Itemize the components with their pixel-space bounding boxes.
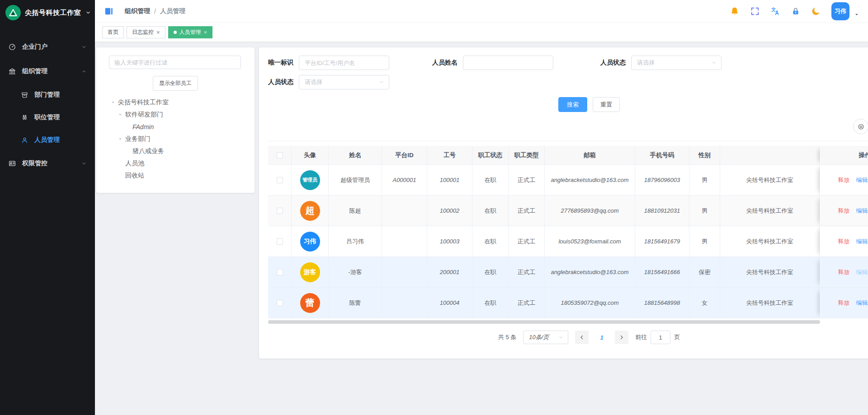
unique-id-input[interactable] [299, 56, 389, 70]
cell-email: anglebracketstudio@163.com [545, 165, 635, 196]
close-icon[interactable]: × [156, 29, 160, 35]
action-编辑[interactable]: 编辑 [856, 299, 868, 307]
field-label: 人员姓名 [432, 59, 458, 67]
cell-platformId: A000001 [382, 165, 427, 196]
user-avatar[interactable]: 习伟 [831, 2, 849, 20]
tree-node-人员池[interactable]: 人员池 [104, 157, 247, 169]
close-icon[interactable]: × [204, 29, 208, 35]
row-checkbox[interactable] [277, 269, 283, 275]
user-menu-caret-icon[interactable] [854, 12, 859, 17]
bell-icon[interactable] [730, 6, 740, 16]
person-name-input[interactable] [463, 56, 553, 70]
main-area: 组织管理 / 人员管理 文 习伟 首页日志监控×人员管理× 显示全部员工 尖括号… [95, 0, 868, 415]
row-checkbox[interactable] [277, 300, 283, 306]
tree-node-业务部门[interactable]: 业务部门 [104, 133, 247, 145]
column-header-workNo: 工号 [427, 146, 472, 165]
table-row[interactable]: 习伟吕习伟100003在职正式工louis0523@foxmail.com181… [268, 226, 868, 257]
cell-phone: 18815648998 [635, 288, 689, 318]
column-header-gender: 性别 [689, 146, 720, 165]
tab-人员管理[interactable]: 人员管理× [168, 26, 213, 38]
lock-icon[interactable] [791, 6, 801, 16]
cell-email: 2776895893@qq.com [545, 196, 635, 226]
action-编辑[interactable]: 编辑 [856, 238, 868, 246]
moon-icon[interactable] [811, 6, 821, 16]
action-编辑[interactable]: 编辑 [856, 176, 868, 184]
cell-type: 正式工 [509, 257, 545, 288]
sidebar-collapse-icon[interactable] [104, 6, 114, 16]
tree-filter-input[interactable] [109, 56, 241, 69]
sidebar-item-部门管理[interactable]: 部门管理 [0, 84, 95, 106]
avatar: 管理员 [300, 170, 320, 190]
next-page-button[interactable] [615, 331, 628, 344]
active-dot [174, 31, 177, 34]
cell-avatar: 超 [292, 196, 329, 226]
table-row[interactable]: 管理员超级管理员A000001100001在职正式工anglebracketst… [268, 165, 868, 196]
avatar: 习伟 [300, 232, 320, 252]
breadcrumb-item[interactable]: 组织管理 [125, 7, 150, 15]
action-释放[interactable]: 释放 [838, 207, 850, 215]
tree-node-FAdmin[interactable]: FAdmin [104, 121, 247, 133]
action-编辑[interactable]: 编辑 [856, 207, 868, 215]
person-status-select-1[interactable]: 请选择 [631, 56, 722, 70]
personnel-table-wrap: 头像姓名平台ID工号职工状态职工类型邮箱手机号码性别操作 管理员超级管理员A00… [268, 146, 868, 318]
fullscreen-icon[interactable] [750, 6, 760, 16]
tab-日志监控[interactable]: 日志监控× [127, 26, 165, 38]
action-释放[interactable]: 释放 [838, 268, 850, 276]
page-size-select[interactable]: 10条/页 [523, 331, 568, 344]
select-all-checkbox[interactable] [277, 152, 283, 159]
sidebar-item-职位管理[interactable]: 职位管理 [0, 106, 95, 129]
caret-down-icon[interactable] [118, 112, 125, 117]
table-toolbar [268, 119, 868, 141]
archive-icon [21, 91, 28, 99]
cell-checkbox [268, 257, 292, 288]
cell-org: 尖括号科技工作室 [720, 288, 820, 318]
tree-node-尖括号科技工作室[interactable]: 尖括号科技工作室 [104, 96, 247, 108]
tree-node-猪八戒业务[interactable]: 猪八戒业务 [104, 145, 247, 157]
scrollbar-thumb[interactable] [268, 320, 820, 324]
caret-down-icon[interactable] [111, 100, 118, 105]
goto-unit: 页 [674, 333, 680, 341]
row-checkbox[interactable] [277, 208, 283, 214]
action-释放[interactable]: 释放 [838, 176, 850, 184]
sidebar-item-权限管控[interactable]: 权限管控 [0, 151, 95, 176]
eye-button[interactable] [853, 119, 868, 134]
translate-icon[interactable]: 文 [770, 6, 780, 16]
table-row[interactable]: 蕾陈蕾100004在职正式工1805359072@qq.com188156489… [268, 288, 868, 318]
app-logo-row[interactable]: 尖括号科技工作室 [0, 0, 95, 25]
user-icon [21, 136, 28, 144]
table-row[interactable]: 游客-游客200001在职正式工anglebrakcetstudio@163.c… [268, 257, 868, 288]
cell-avatar: 管理员 [292, 165, 329, 196]
table-row[interactable]: 超陈超100002在职正式工2776895893@qq.com188109120… [268, 196, 868, 226]
row-checkbox[interactable] [277, 177, 283, 183]
field-label: 人员状态 [268, 78, 293, 86]
sidebar-item-企业门户[interactable]: 企业门户 [0, 35, 95, 59]
row-checkbox[interactable] [277, 238, 283, 245]
sidebar-item-人员管理[interactable]: 人员管理 [0, 129, 95, 151]
cell-email: 1805359072@qq.com [545, 288, 635, 318]
prev-page-button[interactable] [575, 331, 589, 344]
page-number-current[interactable]: 1 [595, 334, 608, 341]
action-释放[interactable]: 释放 [838, 299, 850, 307]
cell-checkbox [268, 288, 292, 318]
tab-首页[interactable]: 首页 [102, 26, 124, 38]
tree-node-回收站[interactable]: 回收站 [104, 169, 247, 182]
show-all-staff-button[interactable]: 显示全部员工 [153, 76, 198, 91]
search-button[interactable]: 搜索 [558, 97, 587, 112]
cell-name: 陈蕾 [329, 288, 382, 318]
goto-page-input[interactable] [651, 331, 670, 344]
cell-actions: 释放编辑更多 [820, 226, 868, 257]
idcard-icon [8, 159, 16, 168]
person-status-select-2[interactable]: 请选择 [299, 75, 389, 89]
gauge-icon [8, 43, 16, 51]
reset-button[interactable]: 重置 [593, 97, 620, 112]
sidebar-item-组织管理[interactable]: 组织管理 [0, 59, 95, 84]
caret-down-icon[interactable] [118, 137, 125, 141]
cell-gender: 女 [689, 288, 720, 318]
action-编辑[interactable]: 编辑 [856, 268, 868, 276]
action-释放[interactable]: 释放 [838, 238, 850, 246]
tree-node-软件研发部门[interactable]: 软件研发部门 [104, 108, 247, 121]
cell-checkbox [268, 226, 292, 257]
personnel-panel: 唯一标识 人员姓名 人员状态 请选择 人员状态 [259, 47, 868, 359]
cell-type: 正式工 [509, 226, 545, 257]
cell-workNo: 100001 [427, 165, 472, 196]
